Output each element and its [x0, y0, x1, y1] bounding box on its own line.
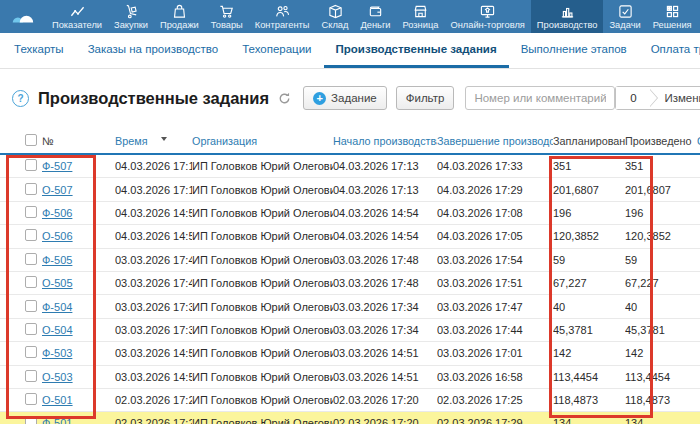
cell-production-end: 04.03.2026 17:05	[437, 230, 553, 242]
select-all-checkbox[interactable]	[25, 134, 37, 146]
table-row[interactable]: Ф-50604.03.2026 14:54ИП Головков Юрий Ол…	[0, 202, 700, 225]
topnav-item-10[interactable]: Производство	[531, 0, 604, 33]
document-number-link[interactable]: О-503	[42, 371, 73, 383]
search-input[interactable]	[465, 86, 615, 110]
cell-produced: 120,3852	[625, 230, 697, 242]
document-number-link[interactable]: Ф-501	[42, 417, 72, 424]
cell-production-start: 04.03.2026 17:13	[333, 160, 437, 172]
document-number-link[interactable]: Ф-506	[42, 207, 72, 219]
cell-organization: ИП Головков Юрий Олегович	[192, 160, 333, 172]
cell-production-start: 03.03.2026 17:48	[333, 277, 437, 289]
top-nav-items: ПоказателиЗакупкиПродажиТоварыКонтрагент…	[46, 0, 700, 33]
document-number-link[interactable]: О-501	[42, 394, 73, 406]
table-row[interactable]: О-50704.03.2026 17:14ИП Головков Юрий Ол…	[0, 178, 700, 201]
topnav-item-12[interactable]: Решения	[647, 0, 698, 33]
goods-icon	[219, 4, 234, 19]
cell-produced: 113,4454	[625, 371, 697, 383]
topnav-item-6[interactable]: Склад	[316, 0, 355, 33]
cell-produced: 351	[625, 160, 697, 172]
document-number-link[interactable]: Ф-507	[42, 160, 72, 172]
topnav-item-7[interactable]: Деньги	[354, 0, 396, 33]
row-checkbox[interactable]	[25, 346, 37, 358]
row-checkbox[interactable]	[25, 393, 37, 405]
tab-label: Оплата труда	[651, 43, 700, 55]
topnav-item-3[interactable]: Продажи	[154, 0, 205, 33]
document-number-link[interactable]: О-505	[42, 277, 73, 289]
column-header-organization[interactable]: Организация	[192, 135, 333, 147]
topnav-item-11[interactable]: Задачи	[603, 0, 646, 33]
tab-5[interactable]: Выполнение этапов	[509, 33, 639, 68]
document-number-link[interactable]: Ф-503	[42, 347, 72, 359]
table-row[interactable]: Ф-50303.03.2026 14:51ИП Головков Юрий Ол…	[0, 342, 700, 365]
selected-count-badge[interactable]: 0	[616, 87, 650, 109]
column-header-number: №	[42, 135, 115, 147]
tab-3[interactable]: Техоперации	[230, 33, 323, 68]
row-checkbox[interactable]	[25, 253, 37, 265]
topnav-item-5[interactable]: Контрагенты	[249, 0, 316, 33]
tab-1[interactable]: Техкарты	[2, 33, 76, 68]
cell-produced: 134	[625, 417, 697, 424]
table-row[interactable]: О-50102.03.2026 17:20ИП Головков Юрий Ол…	[0, 389, 700, 412]
table-row[interactable]: О-50303.03.2026 14:51ИП Головков Юрий Ол…	[0, 366, 700, 389]
tab-2[interactable]: Заказы на производство	[76, 33, 231, 68]
refresh-icon[interactable]	[278, 92, 291, 105]
cell-planned: 118,4873	[553, 394, 625, 406]
topnav-item-1[interactable]: Показатели	[46, 0, 108, 33]
tab-4[interactable]: Производственные задания	[324, 33, 509, 68]
row-checkbox[interactable]	[25, 416, 37, 424]
table-body: Ф-50704.03.2026 17:14ИП Головков Юрий Ол…	[0, 155, 700, 424]
cell-production-start: 03.03.2026 14:51	[333, 347, 437, 359]
table-row[interactable]: Ф-50403.03.2026 17:34ИП Головков Юрий Ол…	[0, 295, 700, 318]
row-checkbox[interactable]	[25, 229, 37, 241]
table-row[interactable]: О-50503.03.2026 17:48ИП Головков Юрий Ол…	[0, 272, 700, 295]
cell-organization: ИП Головков Юрий Олегович	[192, 324, 333, 336]
top-navigation-bar: ПоказателиЗакупкиПродажиТоварыКонтрагент…	[0, 0, 700, 33]
row-checkbox[interactable]	[25, 323, 37, 335]
row-checkbox[interactable]	[25, 276, 37, 288]
topnav-item-label: Задачи	[609, 20, 640, 30]
cell-production-end: 02.03.2026 17:25	[437, 394, 553, 406]
filter-button[interactable]: Фильтр	[396, 86, 455, 110]
row-checkbox[interactable]	[25, 300, 37, 312]
document-number-link[interactable]: О-506	[42, 230, 73, 242]
column-header-time-link[interactable]: Время	[115, 135, 147, 147]
document-number-link[interactable]: О-504	[42, 324, 73, 336]
column-header-planned: Запланировано	[553, 135, 625, 147]
topnav-item-2[interactable]: Закупки	[108, 0, 154, 33]
row-checkbox[interactable]	[25, 206, 37, 218]
plus-circle-icon: +	[313, 92, 326, 105]
table-row[interactable]: Ф-50102.03.2026 17:20ИП Головков Юрий Ол…	[0, 412, 700, 424]
tab-6[interactable]: Оплата труда	[639, 33, 700, 68]
add-task-button[interactable]: + Задание	[303, 86, 387, 110]
topnav-item-8[interactable]: Розница	[396, 0, 444, 33]
cell-production-end: 03.03.2026 17:44	[437, 324, 553, 336]
row-checkbox[interactable]	[25, 370, 37, 382]
topnav-item-9[interactable]: Онлайн-торговля	[444, 0, 530, 33]
tab-label: Техоперации	[242, 43, 311, 55]
document-number-link[interactable]: О-507	[42, 184, 73, 196]
sort-desc-icon	[161, 137, 167, 141]
topnav-item-label: Контрагенты	[255, 20, 310, 30]
document-number-link[interactable]: Ф-505	[42, 254, 72, 266]
table-row[interactable]: Ф-50704.03.2026 17:14ИП Головков Юрий Ол…	[0, 155, 700, 178]
cell-produced: 196	[625, 207, 697, 219]
cell-planned: 134	[553, 417, 625, 424]
table-row[interactable]: Ф-50503.03.2026 17:48ИП Головков Юрий Ол…	[0, 249, 700, 272]
table-row[interactable]: О-50604.03.2026 14:54ИП Головков Юрий Ол…	[0, 225, 700, 248]
help-icon[interactable]: ?	[12, 90, 29, 107]
column-header-start[interactable]: Начало производства	[333, 135, 437, 147]
toolbar: ? Производственные задания + Задание Фил…	[0, 83, 700, 113]
topnav-item-label: Склад	[322, 20, 349, 30]
column-header-time: Время	[115, 135, 192, 147]
column-header-end[interactable]: Завершение производства	[437, 135, 553, 147]
row-checkbox[interactable]	[25, 183, 37, 195]
row-checkbox[interactable]	[25, 159, 37, 171]
topnav-item-4[interactable]: Товары	[205, 0, 249, 33]
table-row[interactable]: О-50403.03.2026 17:34ИП Головков Юрий Ол…	[0, 319, 700, 342]
topnav-item-label: Решения	[653, 20, 692, 30]
app-logo[interactable]	[0, 0, 46, 33]
topnav-item-label: Производство	[537, 20, 598, 30]
cell-time: 03.03.2026 17:48	[115, 277, 192, 289]
document-number-link[interactable]: Ф-504	[42, 301, 72, 313]
cell-production-start: 02.03.2026 17:20	[333, 394, 437, 406]
